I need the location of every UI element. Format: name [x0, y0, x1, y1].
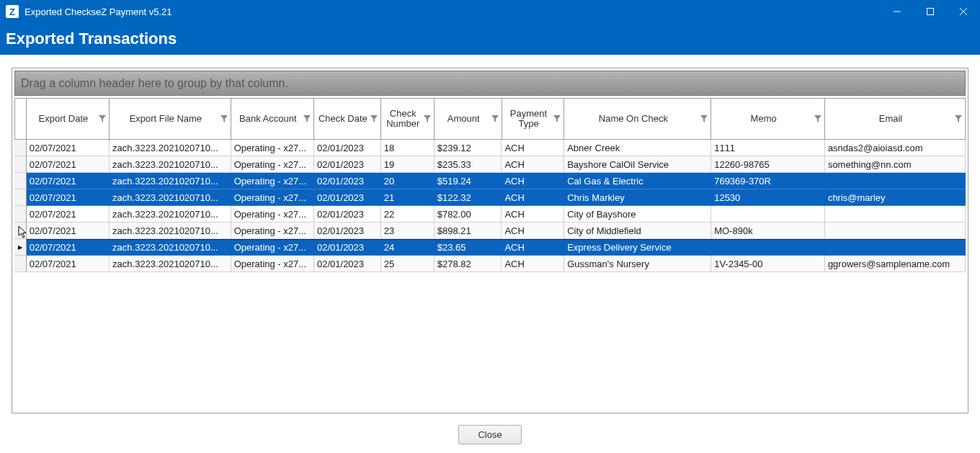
cell[interactable]: 18 — [381, 140, 435, 156]
filter-icon[interactable] — [220, 115, 228, 123]
cell[interactable]: Gussman's Nursery — [564, 256, 711, 272]
cell[interactable]: 02/07/2021 — [27, 206, 110, 223]
cell[interactable]: ACH — [502, 156, 564, 173]
cell[interactable]: MO-890k — [711, 223, 825, 239]
cell[interactable]: something@nn.com — [825, 156, 966, 173]
cell[interactable]: zach.3223.2021020710... — [110, 140, 231, 156]
cell[interactable]: 21 — [381, 189, 435, 206]
row-indicator[interactable] — [14, 156, 27, 173]
cell[interactable]: 02/01/2023 — [314, 256, 381, 272]
group-panel[interactable]: Drag a column header here to group by th… — [14, 71, 966, 96]
col-check-number[interactable]: Check Number — [381, 98, 435, 140]
col-memo[interactable]: Memo — [711, 98, 825, 140]
cell[interactable]: Operating - x27... — [231, 156, 314, 173]
cell[interactable]: 02/07/2021 — [27, 140, 110, 156]
cell[interactable]: Operating - x27... — [231, 173, 314, 189]
cell[interactable]: 1111 — [711, 140, 825, 156]
col-amount[interactable]: Amount — [435, 98, 502, 140]
table-row[interactable]: 02/07/2021zach.3223.2021020710...Operati… — [14, 239, 966, 256]
cell[interactable]: Chris Markley — [564, 189, 711, 206]
cell[interactable]: ACH — [502, 206, 564, 223]
row-indicator[interactable] — [14, 256, 27, 272]
cell[interactable]: zach.3223.2021020710... — [110, 223, 231, 239]
cell[interactable]: ACH — [502, 256, 564, 272]
cell[interactable]: 02/07/2021 — [27, 239, 110, 256]
cell[interactable]: Operating - x27... — [231, 140, 314, 156]
cell[interactable]: 23 — [381, 223, 435, 239]
cell[interactable]: asndas2@aioiasd.com — [825, 140, 966, 156]
cell[interactable] — [825, 239, 966, 256]
filter-icon[interactable] — [814, 115, 822, 123]
cell[interactable]: ACH — [502, 173, 564, 189]
cell[interactable] — [711, 239, 825, 256]
cell[interactable]: $23.65 — [435, 239, 502, 256]
row-indicator[interactable] — [14, 189, 27, 206]
table-row[interactable]: 02/07/2021zach.3223.2021020710...Operati… — [14, 223, 966, 239]
close-dialog-button[interactable]: Close — [458, 425, 522, 444]
row-indicator[interactable] — [14, 173, 27, 189]
table-row[interactable]: 02/07/2021zach.3223.2021020710...Operati… — [14, 256, 966, 272]
cell[interactable]: $278.82 — [435, 256, 502, 272]
filter-icon[interactable] — [423, 115, 432, 123]
cell[interactable]: Abner Creek — [564, 140, 711, 156]
col-export-date[interactable]: Export Date — [27, 98, 110, 140]
cell[interactable]: zach.3223.2021020710... — [110, 156, 231, 173]
filter-icon[interactable] — [370, 115, 378, 123]
cell[interactable]: ACH — [502, 140, 564, 156]
filter-icon[interactable] — [491, 115, 499, 123]
filter-icon[interactable] — [303, 115, 311, 123]
cell[interactable]: 769369-370R — [711, 173, 825, 189]
filter-icon[interactable] — [954, 115, 963, 123]
col-check-date[interactable]: Check Date — [314, 98, 381, 140]
cell[interactable]: City of Middlefield — [564, 223, 711, 239]
col-email[interactable]: Email — [825, 98, 966, 140]
cell[interactable]: Operating - x27... — [231, 256, 314, 272]
cell[interactable]: City of Bayshore — [564, 206, 711, 223]
cell[interactable]: 24 — [381, 239, 435, 256]
table-row[interactable]: 02/07/2021zach.3223.2021020710...Operati… — [14, 173, 966, 189]
cell[interactable]: 02/07/2021 — [27, 256, 110, 272]
cell[interactable]: 12530 — [711, 189, 825, 206]
cell[interactable]: 02/01/2023 — [314, 239, 381, 256]
cell[interactable]: zach.3223.2021020710... — [110, 189, 231, 206]
col-name-on-check[interactable]: Name On Check — [564, 98, 711, 140]
cell[interactable]: 02/01/2023 — [314, 140, 381, 156]
row-indicator[interactable] — [14, 239, 27, 256]
cell[interactable]: Express Delivery Service — [564, 239, 711, 256]
minimize-button[interactable] — [881, 0, 914, 23]
cell[interactable]: 02/01/2023 — [314, 156, 381, 173]
transactions-grid[interactable]: Drag a column header here to group by th… — [12, 68, 968, 413]
cell[interactable]: zach.3223.2021020710... — [110, 206, 231, 223]
cell[interactable]: Bayshore CalOil Service — [564, 156, 711, 173]
filter-icon[interactable] — [553, 115, 561, 123]
cell[interactable]: Operating - x27... — [231, 239, 314, 256]
cell[interactable]: 02/01/2023 — [314, 189, 381, 206]
cell[interactable] — [825, 206, 966, 223]
cell[interactable] — [711, 206, 825, 223]
cell[interactable]: $519.24 — [435, 173, 502, 189]
cell[interactable]: ggrowers@samplename.com — [825, 256, 966, 272]
row-indicator[interactable] — [14, 223, 27, 239]
cell[interactable]: Operating - x27... — [231, 189, 314, 206]
table-row[interactable]: 02/07/2021zach.3223.2021020710...Operati… — [14, 140, 966, 156]
cell[interactable]: $782.00 — [435, 206, 502, 223]
cell[interactable]: $239.12 — [435, 140, 502, 156]
cell[interactable]: 1V-2345-00 — [711, 256, 825, 272]
cell[interactable] — [825, 223, 966, 239]
cell[interactable]: 19 — [381, 156, 435, 173]
cell[interactable]: Operating - x27... — [231, 206, 314, 223]
cell[interactable]: 25 — [381, 256, 435, 272]
cell[interactable] — [825, 173, 966, 189]
cell[interactable]: 02/01/2023 — [314, 206, 381, 223]
cell[interactable]: ACH — [502, 223, 564, 239]
cell[interactable]: 02/07/2021 — [27, 189, 110, 206]
table-row[interactable]: 02/07/2021zach.3223.2021020710...Operati… — [14, 189, 966, 206]
cell[interactable]: $898.21 — [435, 223, 502, 239]
table-row[interactable]: 02/07/2021zach.3223.2021020710...Operati… — [14, 156, 966, 173]
cell[interactable]: Cal Gas & Electric — [564, 173, 711, 189]
cell[interactable]: chris@marley — [825, 189, 966, 206]
close-button[interactable] — [947, 0, 980, 23]
col-payment-type[interactable]: Payment Type — [502, 98, 565, 140]
cell[interactable]: 02/07/2021 — [27, 156, 110, 173]
col-export-file-name[interactable]: Export File Name — [110, 98, 231, 140]
